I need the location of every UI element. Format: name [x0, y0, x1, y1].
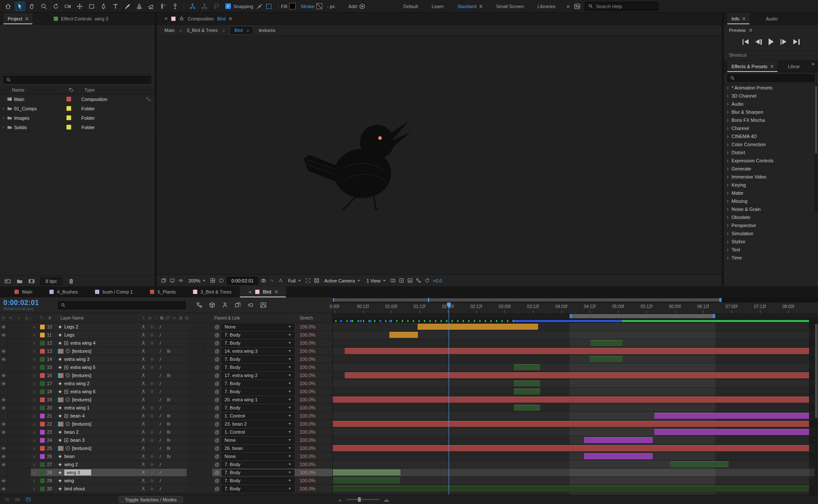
layer-row-27-wing-2[interactable]: ›27★wing 2@7. Body100.0% — [0, 461, 332, 469]
timeline-scrollbar[interactable] — [815, 323, 818, 495]
audio-toggle[interactable] — [8, 380, 15, 387]
interpret-footage-icon[interactable] — [4, 278, 11, 285]
lock-toggle[interactable] — [23, 380, 31, 387]
clone-stamp-tool[interactable] — [134, 1, 145, 12]
effects-category-4[interactable]: ›Boris FX Mocha — [724, 116, 818, 124]
composition-mini-flowchart-icon[interactable] — [196, 302, 203, 308]
layer-name-cell[interactable]: [textures] — [58, 420, 139, 428]
workspace-libraries[interactable]: Libraries — [531, 4, 562, 9]
label-swatch[interactable] — [37, 477, 47, 484]
layer-track-28-wing-3[interactable] — [333, 469, 818, 477]
layer-name-cell[interactable]: ★Legs 2 — [58, 323, 139, 331]
layer-name[interactable]: extra wing 1 — [64, 405, 89, 410]
collapse-switch-icon[interactable] — [150, 478, 154, 483]
layer-bar-18-extra-wing-6[interactable] — [514, 389, 541, 395]
layer-bar-25--textures-[interactable] — [333, 445, 809, 451]
effects-category-8[interactable]: ›Distort — [724, 149, 818, 157]
solo-toggle[interactable] — [15, 363, 23, 371]
quality-switch-icon[interactable] — [158, 454, 163, 459]
parent-pickwhip-icon[interactable]: @ — [212, 388, 222, 395]
layer-track-24-bean-3[interactable] — [333, 436, 818, 444]
chevron-right-icon[interactable]: › — [727, 206, 729, 212]
layer-name[interactable]: [textures] — [72, 397, 91, 402]
layer-name[interactable]: wing 2 — [64, 462, 78, 467]
audio-toggle[interactable] — [8, 452, 15, 460]
label-swatch[interactable] — [37, 396, 47, 403]
shy-switch-icon[interactable] — [141, 446, 146, 451]
layer-track-14-extra-wing-3[interactable] — [333, 355, 818, 363]
video-toggle[interactable] — [0, 469, 8, 476]
collapse-switch-icon[interactable] — [150, 414, 154, 418]
layer-bar-12-extra-wing-4[interactable] — [590, 340, 622, 346]
label-swatch[interactable] — [37, 355, 47, 363]
parent-pickwhip-icon[interactable]: @ — [212, 331, 222, 339]
parent-select[interactable]: 14. extra wing 3 — [222, 348, 294, 354]
layer-name-cell[interactable]: [textures] — [58, 444, 139, 452]
fx-switch-icon[interactable]: fx — [167, 438, 170, 443]
puppet-pin-tool[interactable] — [170, 1, 181, 12]
parent-pickwhip-icon[interactable]: @ — [212, 444, 222, 452]
quality-switch-icon[interactable] — [158, 325, 163, 329]
solo-toggle[interactable] — [15, 388, 23, 395]
layer-bar-14-extra-wing-3[interactable] — [590, 356, 622, 362]
label-swatch[interactable] — [37, 428, 47, 436]
last-frame-button[interactable] — [793, 39, 800, 45]
stretch-value[interactable]: 100.0% — [294, 331, 332, 339]
node-graph-tool-0[interactable] — [187, 1, 198, 12]
label-swatch[interactable] — [37, 380, 47, 387]
timeline-tab-4_bushes[interactable]: 4_Bushes — [41, 286, 86, 297]
parent-select[interactable]: None — [222, 453, 294, 460]
lock-icon[interactable] — [179, 16, 184, 21]
stretch-value[interactable]: 100.0% — [294, 461, 332, 468]
quality-switch-icon[interactable] — [158, 397, 163, 402]
twirl-icon[interactable]: › — [0, 125, 7, 130]
layer-name-cell[interactable]: ★wing 3 — [58, 469, 139, 476]
layer-row-16--textures-[interactable]: ›16[textures]fx@17. extra wing 2100.0% — [0, 372, 332, 380]
transparency-grid-icon[interactable] — [314, 278, 320, 283]
layer-bar-16--textures-[interactable] — [345, 372, 809, 378]
chevron-right-icon[interactable]: › — [727, 255, 729, 261]
twirl-icon[interactable]: › — [31, 452, 37, 460]
layer-name[interactable]: bird shout — [64, 486, 85, 491]
timeline-tab-main[interactable]: Main — [6, 286, 41, 297]
column-layer-name-label[interactable]: Layer Name — [58, 316, 139, 320]
layer-bar-19--textures-[interactable] — [333, 397, 809, 403]
timeline-tab-bird[interactable]: ×Bird≡ — [240, 286, 286, 297]
home-tool[interactable] — [3, 1, 14, 12]
column-stretch-label[interactable]: Stretch — [294, 316, 332, 320]
layer-bar-23-bean-2[interactable] — [654, 429, 809, 435]
view-layout-select[interactable]: 1 View — [365, 278, 387, 284]
breadcrumb-item[interactable]: Main — [164, 28, 175, 33]
solo-toggle[interactable] — [15, 436, 23, 444]
layer-row-15-extra-wing-5[interactable]: ›15★extra wing 5@7. Body100.0% — [0, 363, 332, 372]
quality-switch-icon[interactable] — [158, 357, 163, 362]
solo-toggle[interactable] — [15, 444, 23, 452]
reset-exposure-icon[interactable] — [424, 278, 430, 283]
label-swatch[interactable] — [37, 363, 47, 371]
chevron-right-icon[interactable]: › — [727, 222, 729, 228]
solo-toggle[interactable] — [15, 347, 23, 355]
lock-toggle[interactable] — [23, 412, 31, 420]
video-toggle[interactable] — [0, 372, 8, 379]
video-toggle[interactable] — [0, 347, 8, 355]
video-toggle[interactable] — [0, 355, 8, 363]
label-swatch[interactable] — [37, 404, 47, 412]
collapse-switch-icon[interactable] — [150, 462, 154, 467]
collapse-switch-icon[interactable] — [150, 341, 154, 346]
first-frame-button[interactable] — [743, 39, 749, 45]
breadcrumb-current[interactable]: Bird‹ — [230, 26, 253, 35]
workspace-small-screen[interactable]: Small Screen — [489, 4, 530, 9]
lock-toggle[interactable] — [23, 428, 31, 436]
label-swatch[interactable] — [60, 115, 77, 120]
fast-previews-icon[interactable] — [399, 278, 404, 283]
label-swatch[interactable] — [60, 125, 77, 130]
effects-category-7[interactable]: ›Color Correction — [724, 141, 818, 149]
layer-bar-11-legs[interactable] — [389, 332, 418, 338]
preview-timecode[interactable]: 0:00:02:01 — [227, 277, 258, 285]
magnification-eyes-icon[interactable] — [178, 278, 184, 283]
layer-name-cell[interactable]: ★Legs — [58, 331, 139, 339]
fx-switch-icon[interactable]: fx — [167, 446, 170, 451]
solo-toggle[interactable] — [15, 461, 23, 468]
effects-category-13[interactable]: ›Matte — [724, 189, 818, 197]
timeline-tab-5_plants[interactable]: 5_Plants — [141, 286, 184, 297]
